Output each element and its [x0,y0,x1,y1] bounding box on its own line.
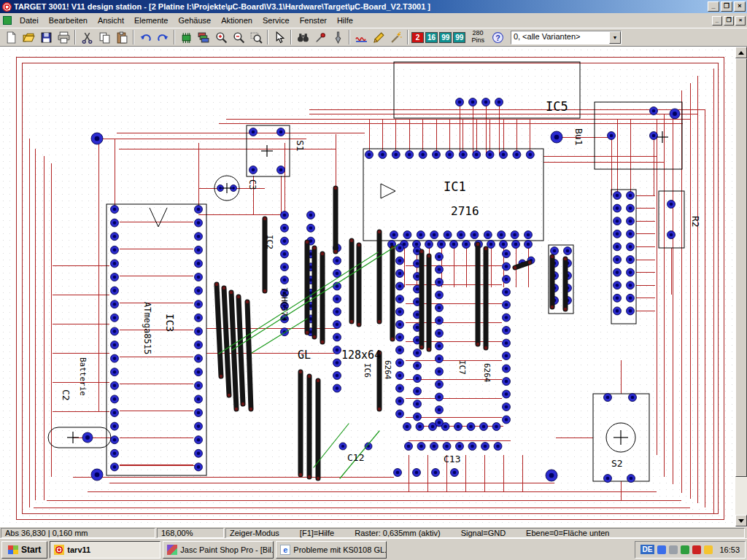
task-button[interactable]: Jasc Paint Shop Pro - [Bil...] [163,541,274,559]
component-label: S1 [295,140,306,152]
component-label: C13 [444,454,460,464]
copy-button[interactable] [96,29,113,45]
status-zoom-level[interactable]: 168,00% [157,528,224,538]
status-info-panel: Zeiger-Modus [F1]=Hilfe Raster: 0,635mm … [225,528,745,538]
close-button[interactable]: × [734,1,746,12]
variant-select[interactable]: 0, <alle Varianten>▼ [511,31,622,44]
scrollbar-track[interactable] [735,477,747,515]
help-button[interactable] [489,29,507,45]
task-button[interactable]: tarv11 [50,541,160,559]
zoomwin-icon [250,31,263,44]
menu-bearbeiten[interactable]: Bearbeiten [44,14,93,27]
child-window-icon[interactable] [3,16,12,25]
ati-icon[interactable] [692,545,701,554]
save-button[interactable] [37,29,55,45]
keyboard-layout-indicator[interactable]: DE [640,545,655,554]
paste-icon [116,31,128,44]
undo-icon [139,31,152,44]
menu-datei[interactable]: Datei [15,14,44,27]
component-label: IC7 [457,360,467,375]
status-green-icon[interactable] [681,545,689,554]
scroll-down-button[interactable] [735,515,747,526]
task-label: tarv11 [67,545,90,554]
minimize-button[interactable]: _ [708,1,719,12]
component-icon [180,31,193,44]
status-help-hint: [F1]=Hilfe [300,529,334,537]
zoom-in-button[interactable] [212,29,230,45]
volume-icon[interactable] [669,545,678,554]
menu-ansicht[interactable]: Ansicht [93,14,129,27]
work-area: IC5IC12716S1C3Bu1R2IC3ATmega8515IC274HC5… [0,47,747,526]
mdi-close-button[interactable]: × [735,16,746,26]
copy-icon [98,31,111,44]
open-button[interactable] [20,29,37,45]
start-button[interactable]: Start [1,541,47,559]
system-tray: DE 16:53 [635,541,746,559]
component-label: 2716 [451,204,479,218]
status-signal: Signal=GND [461,529,506,537]
triangle-up-icon [738,48,744,55]
redo-button[interactable] [154,29,171,45]
component-label: IC5 [546,99,568,114]
menu-gehaeuse[interactable]: Gehäuse [173,14,216,27]
zoom-window-button[interactable] [247,29,265,45]
menu-bar: DateiBearbeitenAnsichtElementeGehäuseAkt… [0,13,747,28]
tray-icons [657,545,713,554]
task-label: Jasc Paint Shop Pro - [Bil...] [180,545,274,554]
new-button[interactable] [2,29,20,45]
zoomin-icon [215,31,228,44]
cut-icon [81,31,93,44]
toolbar-separator [267,30,268,44]
redo-icon [157,31,169,44]
title-bar: TARGET 3001! V11 design station - [2 Pla… [0,0,747,13]
chevron-down-icon[interactable]: ▼ [609,31,621,44]
scrollbar-thumb[interactable] [735,58,747,477]
toolbar-separator [74,30,76,44]
indicator-16[interactable]: 16 [425,32,438,43]
mdi-minimize-button[interactable]: _ [712,16,722,26]
save-icon [40,31,53,44]
print-button[interactable] [55,29,72,45]
display-icon[interactable] [657,545,666,554]
menu-hilfe[interactable]: Hilfe [332,14,358,27]
menu-aktionen[interactable]: Aktionen [216,14,258,27]
autorouter-button[interactable] [387,29,405,45]
status-raster: Raster: 0,635mm (aktiv) [355,529,440,537]
vertical-scrollbar[interactable] [735,47,747,526]
draw-button[interactable] [370,29,387,45]
toolbar-separator [174,30,175,44]
pointer-icon [274,31,286,44]
menu-fenster[interactable]: Fenster [295,14,332,27]
clock[interactable]: 16:53 [719,545,740,554]
indicator-99a[interactable]: 99 [439,32,452,43]
drill-tool-button[interactable] [329,29,347,45]
component-label: ATmega8515 [142,302,152,354]
scheduler-icon[interactable] [704,545,713,554]
paste-button[interactable] [113,29,131,45]
toolbar-separator [133,30,134,44]
mdi-restore-button[interactable]: ❐ [724,16,734,26]
zoomout-icon [233,31,245,44]
pointer-mode-button[interactable] [271,29,288,45]
cut-button[interactable] [78,29,96,45]
task-button[interactable]: eProbleme mit KS0108 GL... [276,541,387,559]
search-component-button[interactable] [294,29,311,45]
place-pad-button[interactable] [311,29,329,45]
scroll-up-button[interactable] [735,47,747,58]
zoom-out-button[interactable] [230,29,247,45]
layers-button[interactable] [195,29,212,45]
start-label: Start [21,545,41,555]
package-browser-button[interactable] [177,29,195,45]
indicator-99b[interactable]: 99 [453,32,465,43]
component-label: GL [298,349,311,362]
menu-service[interactable]: Service [258,14,295,27]
maximize-button[interactable]: ❐ [721,1,732,12]
undo-button[interactable] [136,29,154,45]
component-label: 74HC573 [279,287,289,321]
component-label: 128x64 [341,349,381,362]
component-label: C12 [347,452,364,463]
pcb-canvas[interactable]: IC5IC12716S1C3Bu1R2IC3ATmega8515IC274HC5… [0,47,735,526]
layer-indicator[interactable]: 2 [411,32,424,43]
route-track-button[interactable] [352,29,370,45]
menu-elemente[interactable]: Elemente [129,14,173,27]
